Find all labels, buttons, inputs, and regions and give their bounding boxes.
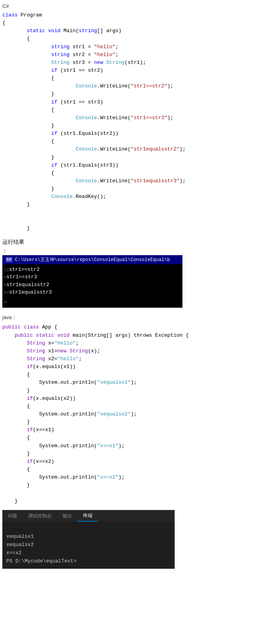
- console-output-line: evstr1equalsstr3: [4, 288, 180, 296]
- vscode-terminal-body: xequalsx1xequalsx2x==x2PS D:\Mycode\equa…: [2, 522, 175, 569]
- token: Console: [51, 194, 73, 200]
- java-token: }: [27, 451, 30, 457]
- java-token: [21, 324, 24, 330]
- code-line: String str3 = new String(str1);: [2, 59, 258, 67]
- code-line: if (str1 == str2): [2, 67, 258, 74]
- code-line: Console.WriteLine("str1==str2");: [2, 82, 258, 90]
- java-code-line: }: [2, 497, 258, 505]
- token: void: [48, 28, 60, 34]
- java-token: [67, 348, 70, 354]
- terminal-line: xequalsx2: [6, 541, 171, 549]
- token: Console: [76, 83, 97, 89]
- java-token: (x.equals(x2)): [33, 395, 76, 401]
- token: Console: [76, 115, 97, 121]
- token: {: [27, 36, 30, 42]
- java-code-line: if(x.equals(x2)): [2, 395, 258, 403]
- java-token: x=: [45, 340, 54, 346]
- java-token: if: [27, 459, 33, 464]
- vscode-tab-终端[interactable]: 终端: [78, 510, 98, 522]
- token: .WriteLine(: [97, 178, 131, 184]
- token: class: [2, 12, 18, 18]
- console-titlebar: C# C:\Users\王玉坤\source\repos\ConsoleEqua…: [2, 255, 182, 264]
- code-line: Console.WriteLine("str1==str3");: [2, 114, 258, 122]
- token: if: [51, 67, 58, 73]
- code-line: }: [2, 201, 258, 209]
- token: "str1==str2": [131, 83, 168, 89]
- token: [45, 28, 48, 34]
- vscode-terminal: 问题调试控制台输出终端 xequalsx1xequalsx2x==x2PS D:…: [2, 510, 175, 569]
- code-line: Console.WriteLine("str1equalsstr2");: [2, 145, 258, 153]
- code-line: }: [2, 122, 258, 130]
- code-line: }: [2, 185, 258, 193]
- code-line: static void Main(string[] args): [2, 27, 258, 35]
- token: "hello": [94, 44, 116, 50]
- java-token: String: [70, 348, 88, 354]
- token: if: [51, 99, 58, 105]
- token: }: [27, 201, 30, 207]
- code-line: [2, 209, 258, 217]
- java-token: {: [27, 435, 30, 441]
- token: (str1.Equals(str3)): [57, 162, 118, 168]
- code-line: }: [2, 154, 258, 161]
- java-code-line: public class App {: [2, 323, 258, 331]
- token: );: [167, 115, 173, 121]
- java-lang-label: java：: [2, 314, 258, 321]
- java-token: String: [27, 340, 45, 346]
- console-cursor-line: _: [4, 296, 180, 304]
- vscode-tab-问题[interactable]: 问题: [2, 511, 23, 521]
- java-token: "hello": [54, 340, 76, 346]
- token: }: [51, 186, 54, 192]
- token: Main(: [60, 28, 79, 34]
- token: }: [51, 123, 54, 129]
- java-token: App {: [39, 324, 58, 330]
- java-token: }: [27, 482, 30, 488]
- java-token: (x.equals(x1)): [33, 364, 76, 370]
- token: .WriteLine(: [97, 83, 131, 89]
- java-code-line: }: [2, 481, 258, 489]
- code-line: string str1 = "hello";: [2, 43, 258, 51]
- java-token: System.out.println(: [39, 443, 97, 449]
- java-token: "hello": [57, 356, 79, 362]
- java-token: public: [14, 332, 33, 338]
- java-token: }: [14, 498, 18, 504]
- java-token: }: [27, 388, 30, 394]
- token: [] args): [97, 28, 121, 34]
- java-token: [33, 332, 36, 338]
- java-code-line: String x1=new String(x);: [2, 347, 258, 355]
- token: }: [27, 225, 30, 231]
- java-token: (x==x1): [33, 427, 54, 433]
- java-token: static: [36, 332, 54, 338]
- token: String: [51, 60, 70, 65]
- token: "str1equalsstr2": [131, 146, 180, 152]
- token: .WriteLine(: [97, 146, 131, 152]
- token: new: [94, 60, 103, 65]
- java-token: );: [118, 443, 125, 449]
- java-code-line: System.out.println("xequalsx1");: [2, 379, 258, 386]
- code-line: class Program: [2, 11, 258, 19]
- java-token: x2=: [45, 356, 57, 362]
- console-titlebar-path: C:\Users\王玉坤\source\repos\ConsoleEqual\C…: [15, 256, 170, 263]
- token: if: [51, 162, 58, 168]
- token: {: [51, 75, 54, 81]
- java-token: }: [27, 419, 30, 425]
- run-result-header: 运行结果: [2, 239, 258, 246]
- vscode-tab-调试控制台[interactable]: 调试控制台: [23, 511, 57, 521]
- token: {: [2, 20, 5, 26]
- token: (str1 == str3): [57, 99, 103, 105]
- token: str2 =: [70, 52, 94, 58]
- java-code-line: }: [2, 387, 258, 395]
- token: Console: [76, 146, 97, 152]
- java-code-line: String x="hello";: [2, 339, 258, 347]
- code-line: if (str1.Equals(str2)): [2, 130, 258, 138]
- code-line: {: [2, 74, 258, 82]
- java-token: (x==x2): [33, 459, 54, 464]
- java-token: main(String[] args) throws Exception {: [70, 332, 189, 338]
- token: (str1);: [125, 60, 146, 65]
- token: string: [51, 52, 70, 58]
- console-output-line: lgstr1==str2: [4, 266, 180, 274]
- code-line: }: [2, 90, 258, 98]
- vscode-tab-输出[interactable]: 输出: [57, 511, 78, 521]
- java-code-line: System.out.println("x==x2");: [2, 473, 258, 481]
- java-code-line: {: [2, 466, 258, 473]
- java-token: );: [131, 379, 137, 385]
